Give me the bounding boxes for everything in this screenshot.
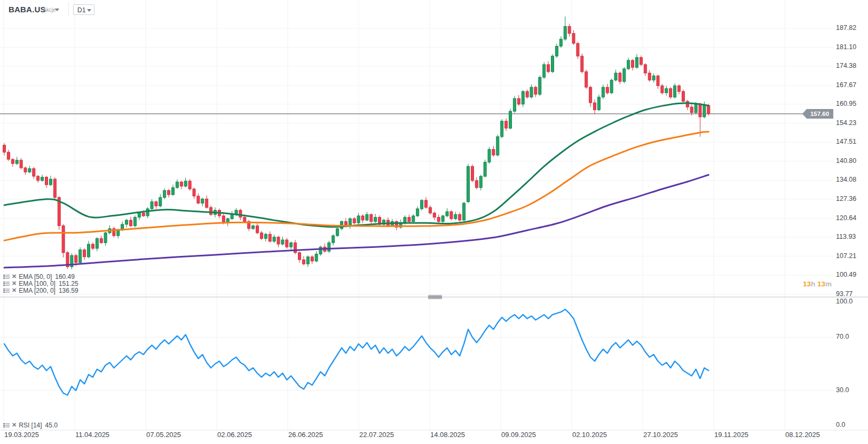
- price-axis-label: 127.36: [836, 195, 856, 202]
- date-axis-label: 02.10.2025: [572, 431, 607, 439]
- date-axis-label: 07.05.2025: [146, 431, 181, 439]
- rsi-legend-row: ✕ RSI [14] 45.0: [3, 422, 58, 429]
- indicator-close-icon[interactable]: ✕: [12, 287, 17, 293]
- rsi-value: 45.0: [45, 422, 58, 429]
- countdown-minutes: 13: [817, 280, 825, 288]
- indicator-close-icon[interactable]: ✕: [12, 422, 17, 428]
- timeframe-value: D1: [77, 6, 85, 14]
- ema100-value: 151.25: [59, 280, 78, 287]
- current-price-badge: 157.60: [802, 109, 833, 119]
- date-axis-label: 02.06.2025: [217, 431, 252, 439]
- rsi-axis-label: 0.0: [836, 421, 845, 429]
- ema50-value: 160.49: [55, 273, 75, 281]
- price-axis-label: 100.49: [836, 271, 856, 278]
- price-axis-label: 113.93: [836, 233, 856, 240]
- chart-plot-area[interactable]: [0, 0, 868, 444]
- symbol-dropdown-caret-icon[interactable]: [55, 9, 59, 11]
- price-axis-label: 187.82: [836, 24, 856, 32]
- date-axis-label: 19.11.2025: [714, 431, 748, 439]
- symbol-label[interactable]: BABA.US: [9, 5, 46, 14]
- date-axis-label: 26.06.2025: [288, 431, 323, 439]
- price-axis-label: 154.23: [836, 119, 856, 127]
- candle-countdown-timer: 13h 13m: [769, 280, 832, 288]
- date-axis-label: 09.09.2025: [501, 431, 536, 439]
- countdown-hours: 13: [803, 280, 811, 288]
- trading-chart-window: BABA.US Akcje D1 187.82181.10174.38167.6…: [0, 0, 868, 444]
- indicator-close-icon[interactable]: ✕: [12, 281, 17, 286]
- countdown-hours-unit: h: [811, 280, 815, 288]
- price-axis-label: 134.08: [836, 176, 856, 183]
- ema200-legend-row: ✕ EMA [200, 0] 136.59: [3, 287, 78, 294]
- ema50-legend-row: ✕ EMA [50, 0] 160.49: [3, 273, 75, 280]
- instrument-type-label: Akcje: [43, 7, 56, 13]
- ema100-legend-row: ✕ EMA [100, 0] 151.25: [3, 280, 78, 287]
- date-axis-label: 19.03.2025: [4, 431, 39, 439]
- ema-line-0: [4, 103, 708, 227]
- chart-header: BABA.US Akcje D1: [0, 0, 214, 18]
- price-axis-label: 167.67: [836, 81, 856, 89]
- indicator-settings-icon[interactable]: [3, 286, 10, 295]
- countdown-minutes-unit: m: [825, 280, 832, 288]
- panel-resize-handle[interactable]: [428, 295, 442, 299]
- date-axis-label: 27.10.2025: [643, 431, 678, 439]
- rsi-axis-label: 100.0: [836, 298, 853, 305]
- header-divider: [68, 2, 69, 17]
- candlestick-layer: [3, 17, 710, 269]
- ema-line-1: [4, 132, 708, 241]
- timeframe-select[interactable]: D1: [73, 4, 94, 15]
- indicator-settings-icon[interactable]: [3, 420, 10, 430]
- date-axis-label: 22.07.2025: [359, 431, 394, 439]
- rsi-line: [4, 309, 708, 395]
- rsi-axis-label: 30.0: [836, 386, 849, 394]
- price-axis-label: 181.10: [836, 43, 856, 51]
- current-price-value: 157.60: [810, 111, 829, 117]
- ema100-label: EMA [100, 0]: [19, 280, 56, 287]
- ema-line-2: [4, 175, 708, 268]
- date-axis-label: 08.12.2025: [785, 431, 820, 439]
- price-axis-label: 93.77: [836, 290, 853, 298]
- ema200-label: EMA [200, 0]: [19, 287, 56, 294]
- price-axis-label: 174.38: [836, 62, 856, 69]
- price-axis-label: 147.51: [836, 138, 856, 145]
- date-axis-label: 11.04.2025: [75, 431, 109, 439]
- rsi-label: RSI [14]: [19, 422, 42, 429]
- timeframe-caret-icon: [87, 9, 91, 12]
- rsi-axis-label: 70.0: [836, 333, 849, 340]
- date-axis-label: 14.08.2025: [430, 431, 465, 439]
- ema200-value: 136.59: [59, 287, 78, 294]
- price-axis-label: 120.64: [836, 214, 856, 222]
- ema50-label: EMA [50, 0]: [19, 273, 52, 281]
- price-axis-label: 140.80: [836, 157, 856, 165]
- price-axis-label: 160.95: [836, 100, 856, 107]
- price-axis-label: 107.21: [836, 252, 856, 260]
- indicator-close-icon[interactable]: ✕: [12, 274, 17, 279]
